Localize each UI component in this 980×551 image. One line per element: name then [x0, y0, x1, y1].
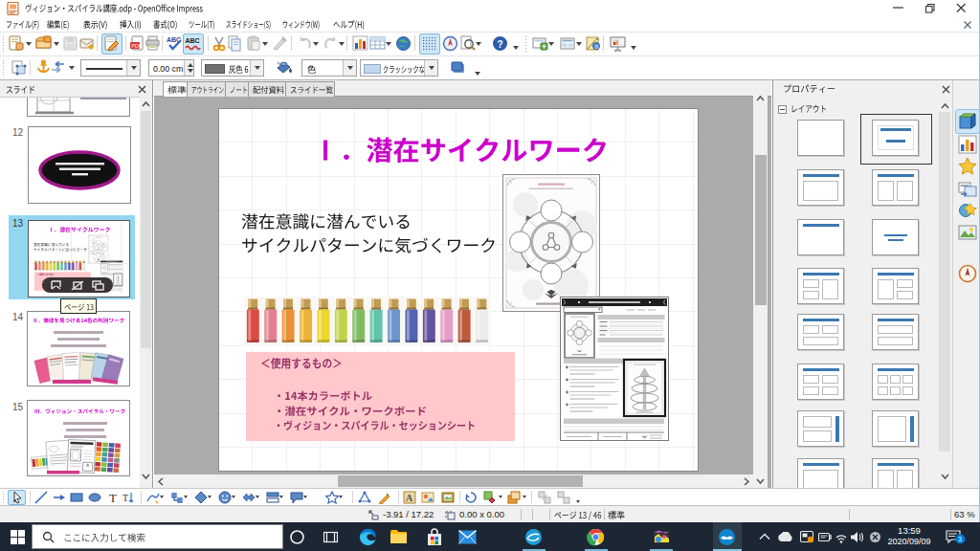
- svg-text:ABC: ABC: [186, 37, 200, 44]
- svg-text:PDF: PDF: [131, 43, 143, 49]
- svg-text:T: T: [122, 493, 128, 503]
- svg-text:T: T: [109, 491, 117, 504]
- svg-text:A: A: [406, 493, 413, 503]
- svg-text:?: ?: [498, 39, 503, 50]
- svg-text:3: 3: [958, 536, 962, 542]
